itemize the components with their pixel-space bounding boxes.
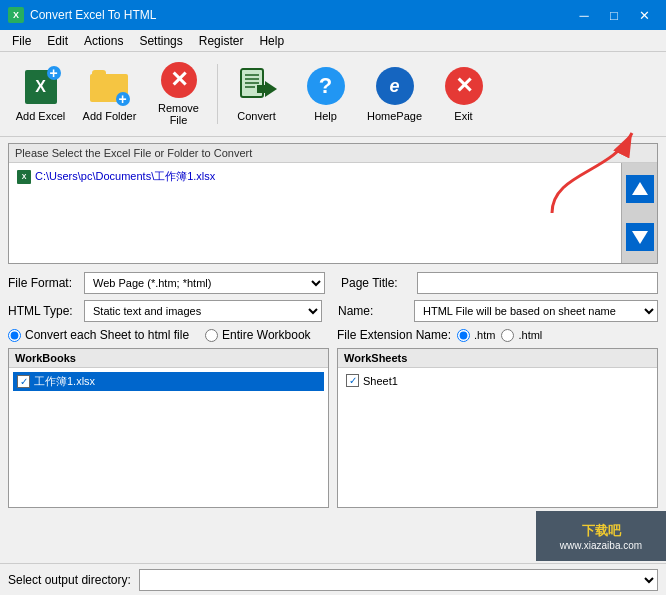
minimize-button[interactable]: ─ xyxy=(570,4,598,26)
workbook-checkbox[interactable]: ✓ xyxy=(17,375,30,388)
file-format-group: File Format: Web Page (*.htm; *html) Sin… xyxy=(8,272,325,294)
app-icon: X xyxy=(8,7,24,23)
worksheets-section: WorkSheets ✓ Sheet1 xyxy=(337,348,658,508)
page-title-input[interactable] xyxy=(417,272,658,294)
radio-ext-row: Convert each Sheet to html file Entire W… xyxy=(8,328,658,342)
exit-label: Exit xyxy=(454,110,472,122)
convert-label: Convert xyxy=(237,110,276,122)
add-excel-label: Add Excel xyxy=(16,110,66,122)
file-list-container: X C:\Users\pc\Documents\工作簿1.xlsx xyxy=(9,163,657,263)
watermark-line2: www.xiazaiba.com xyxy=(560,540,642,551)
output-dir-label: Select output directory: xyxy=(8,573,131,587)
scroll-up-button[interactable] xyxy=(626,175,654,203)
menu-actions[interactable]: Actions xyxy=(76,32,131,49)
menu-settings[interactable]: Settings xyxy=(131,32,190,49)
menu-edit[interactable]: Edit xyxy=(39,32,76,49)
file-entry[interactable]: X C:\Users\pc\Documents\工作簿1.xlsx xyxy=(13,167,617,186)
name-group: Name: HTML File will be based on sheet n… xyxy=(338,300,658,322)
html-type-name-row: HTML Type: Static text and images Dynami… xyxy=(8,300,658,322)
entire-workbook-radio[interactable] xyxy=(205,329,218,342)
convert-each-radio-label[interactable]: Convert each Sheet to html file xyxy=(8,328,189,342)
file-list-section: Please Select the Excel File or Folder t… xyxy=(8,143,658,264)
exit-icon: ✕ xyxy=(444,66,484,106)
html-type-select[interactable]: Static text and images Dynamic (AJAX) xyxy=(84,300,322,322)
watermark: 下载吧 www.xiazaiba.com xyxy=(536,511,666,561)
excel-icon: X + xyxy=(21,66,61,106)
add-folder-label: Add Folder xyxy=(83,110,137,122)
window-title: Convert Excel To HTML xyxy=(30,8,157,22)
workbook-name: 工作簿1.xlsx xyxy=(34,374,95,389)
worksheet-name: Sheet1 xyxy=(363,375,398,387)
html-radio[interactable] xyxy=(501,329,514,342)
html-type-group: HTML Type: Static text and images Dynami… xyxy=(8,300,322,322)
remove-file-button[interactable]: ✕ Remove File xyxy=(146,59,211,129)
close-button[interactable]: ✕ xyxy=(630,4,658,26)
add-folder-button[interactable]: + Add Folder xyxy=(77,59,142,129)
html-label: .html xyxy=(518,329,542,341)
page-title-label: Page Title: xyxy=(341,276,411,290)
htm-radio-label[interactable]: .htm xyxy=(457,329,495,342)
exit-button[interactable]: ✕ Exit xyxy=(431,59,496,129)
worksheet-checkbox[interactable]: ✓ xyxy=(346,374,359,387)
excel-file-icon: X xyxy=(17,170,31,184)
add-excel-button[interactable]: X + Add Excel xyxy=(8,59,73,129)
file-format-select[interactable]: Web Page (*.htm; *html) Single Web Page … xyxy=(84,272,325,294)
workbooks-content: ✓ 工作簿1.xlsx xyxy=(9,368,328,502)
menu-file[interactable]: File xyxy=(4,32,39,49)
help-label: Help xyxy=(314,110,337,122)
help-button[interactable]: ? Help xyxy=(293,59,358,129)
file-list-label: Please Select the Excel File or Folder t… xyxy=(9,144,657,163)
maximize-button[interactable]: □ xyxy=(600,4,628,26)
homepage-icon: e xyxy=(375,66,415,106)
file-ext-label: File Extension Name: xyxy=(337,328,451,342)
title-bar: X Convert Excel To HTML ─ □ ✕ xyxy=(0,0,666,30)
main-content: Please Select the Excel File or Folder t… xyxy=(0,137,666,520)
menu-help[interactable]: Help xyxy=(251,32,292,49)
file-extension-group: File Extension Name: .htm .html xyxy=(337,328,658,342)
watermark-line1: 下载吧 xyxy=(582,522,621,540)
output-dir-select[interactable] xyxy=(139,569,658,591)
convert-each-label: Convert each Sheet to html file xyxy=(25,328,189,342)
file-list-inner: X C:\Users\pc\Documents\工作簿1.xlsx xyxy=(9,163,621,263)
workbooks-panel: WorkBooks ✓ 工作簿1.xlsx xyxy=(8,348,329,508)
html-radio-label[interactable]: .html xyxy=(501,329,542,342)
homepage-label: HomePage xyxy=(367,110,422,122)
title-controls: ─ □ ✕ xyxy=(570,4,658,26)
books-sheets-row: WorkBooks ✓ 工作簿1.xlsx WorkSheets ✓ Sheet… xyxy=(8,348,658,508)
scroll-down-button[interactable] xyxy=(626,223,654,251)
menu-bar: File Edit Actions Settings Register Help xyxy=(0,30,666,52)
name-select[interactable]: HTML File will be based on sheet name HT… xyxy=(414,300,658,322)
convert-each-radio[interactable] xyxy=(8,329,21,342)
convert-button[interactable]: Convert xyxy=(224,59,289,129)
page-title-group: Page Title: xyxy=(341,272,658,294)
entire-workbook-radio-label[interactable]: Entire Workbook xyxy=(205,328,310,342)
format-title-row: File Format: Web Page (*.htm; *html) Sin… xyxy=(8,272,658,294)
remove-icon: ✕ xyxy=(159,62,199,98)
file-format-label: File Format: xyxy=(8,276,78,290)
help-icon: ? xyxy=(306,66,346,106)
menu-register[interactable]: Register xyxy=(191,32,252,49)
folder-icon: + xyxy=(90,66,130,106)
workbooks-section: WorkBooks ✓ 工作簿1.xlsx xyxy=(8,348,329,508)
convert-radio-group: Convert each Sheet to html file Entire W… xyxy=(8,328,329,342)
bottom-bar: Select output directory: xyxy=(0,563,666,595)
file-path: C:\Users\pc\Documents\工作簿1.xlsx xyxy=(35,169,215,184)
workbook-item[interactable]: ✓ 工作簿1.xlsx xyxy=(13,372,324,391)
entire-workbook-label: Entire Workbook xyxy=(222,328,310,342)
title-bar-left: X Convert Excel To HTML xyxy=(8,7,157,23)
html-type-label: HTML Type: xyxy=(8,304,78,318)
homepage-button[interactable]: e HomePage xyxy=(362,59,427,129)
worksheet-item[interactable]: ✓ Sheet1 xyxy=(342,372,653,389)
svg-marker-8 xyxy=(632,231,648,244)
scroll-buttons xyxy=(621,163,657,263)
toolbar-separator-1 xyxy=(217,64,218,124)
convert-icon xyxy=(237,66,277,106)
worksheets-header: WorkSheets xyxy=(338,349,657,368)
remove-file-label: Remove File xyxy=(151,102,206,126)
name-label: Name: xyxy=(338,304,408,318)
toolbar: X + Add Excel + Add Folder ✕ Remove File xyxy=(0,52,666,137)
worksheets-panel: WorkSheets ✓ Sheet1 xyxy=(337,348,658,508)
svg-marker-7 xyxy=(632,182,648,195)
htm-radio[interactable] xyxy=(457,329,470,342)
workbooks-header: WorkBooks xyxy=(9,349,328,368)
